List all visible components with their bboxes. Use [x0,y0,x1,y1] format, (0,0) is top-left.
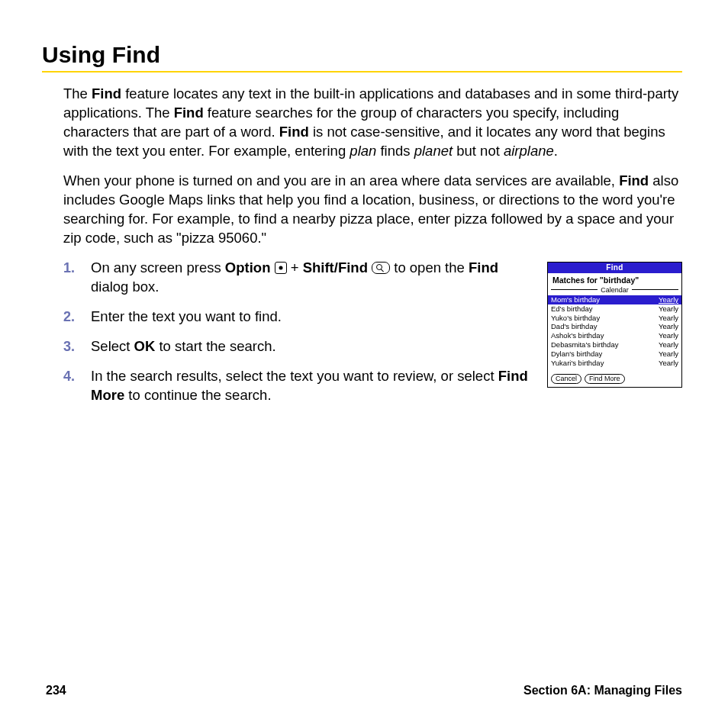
result-frequency: Yearly [659,314,678,323]
result-row[interactable]: Yuko's birthdayYearly [548,314,681,323]
text: In the search results, select the text y… [91,368,498,384]
text: to continue the search. [124,387,271,403]
text: to open the [394,259,469,275]
result-frequency: Yearly [659,322,678,331]
text: . [554,143,558,159]
term-find: Find [92,85,121,101]
result-name: Ashok's birthday [551,331,604,340]
divider-line [551,289,598,290]
divider-line [632,289,678,290]
result-row[interactable]: Ed's birthdayYearly [548,304,681,314]
find-dialog-screenshot: Find Matches for "birthday" Calendar Mom… [547,262,682,388]
group-label: Calendar [601,286,629,294]
step-4: In the search results, select the text y… [63,367,529,405]
page-number: 234 [46,684,66,697]
result-name: Mom's birthday [551,295,600,304]
example-airplane: airplane [504,143,554,159]
option-key-icon [275,262,287,274]
text: Enter the text you want to find. [91,308,282,324]
term-find: Find [279,124,309,140]
dialog-title: Find [548,263,681,273]
dialog-group-header: Calendar [548,285,681,295]
step-2: Enter the text you want to find. [63,308,529,327]
result-name: Dylan's birthday [551,350,602,359]
result-row[interactable]: Dad's birthdayYearly [548,322,681,331]
results-list: Mom's birthdayYearlyEd's birthdayYearlyY… [548,295,681,371]
dialog-subtitle: Matches for "birthday" [548,273,681,285]
cancel-button[interactable]: Cancel [551,374,581,385]
intro-paragraph-1: The Find feature locates any text in the… [63,85,682,161]
term-find: Find [469,259,498,275]
result-name: Dad's birthday [551,322,597,331]
result-row[interactable]: Ashok's birthdayYearly [548,331,681,340]
step-3: Select OK to start the search. [63,337,529,356]
term-find: Find [619,172,649,188]
text: finds [376,143,414,159]
result-name: Yuko's birthday [551,314,600,323]
text: to start the search. [155,338,275,354]
text: but not [453,143,504,159]
result-frequency: Yearly [659,295,678,304]
key-shift-find: Shift/Find [303,259,368,275]
step-1: On any screen press Option + Shift/Find … [63,259,529,297]
result-frequency: Yearly [659,340,678,350]
result-frequency: Yearly [659,350,678,359]
result-name: Yukari's birthday [551,359,604,368]
term-find: Find [174,105,204,121]
shift-find-key-icon [372,262,390,274]
text: On any screen press [91,259,225,275]
result-row[interactable]: Dylan's birthdayYearly [548,350,681,359]
result-name: Debasmita's birthday [551,340,618,350]
text: When your phone is turned on and you are… [63,172,619,188]
text: dialog box. [91,279,159,295]
term-ok: OK [134,338,156,354]
text: + [291,259,303,275]
result-name: Ed's birthday [551,304,593,314]
section-label: Section 6A: Managing Files [523,684,682,697]
result-frequency: Yearly [659,304,678,314]
result-frequency: Yearly [659,359,678,368]
result-row[interactable]: Debasmita's birthdayYearly [548,340,681,350]
result-row[interactable]: Mom's birthdayYearly [548,295,681,304]
heading-rule [42,71,682,72]
result-frequency: Yearly [659,331,678,340]
result-row[interactable]: Yukari's birthdayYearly [548,359,681,368]
key-option: Option [225,259,271,275]
page-heading: Using Find [42,42,682,68]
example-planet: planet [414,143,453,159]
intro-paragraph-2: When your phone is turned on and you are… [63,172,682,248]
steps-list: On any screen press Option + Shift/Find … [63,259,529,416]
find-more-button[interactable]: Find More [585,374,625,385]
example-plan: plan [350,143,376,159]
text: The [63,85,92,101]
text: Select [91,338,134,354]
